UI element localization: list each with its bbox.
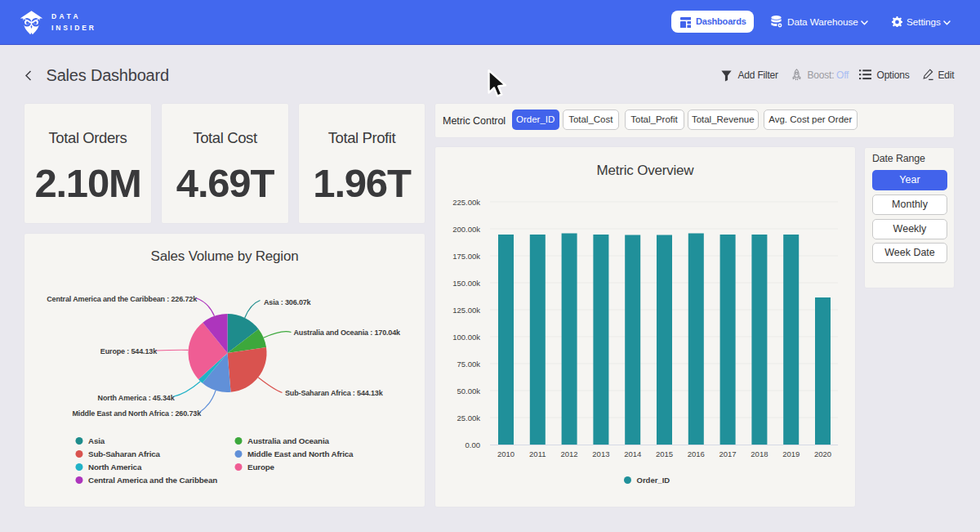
svg-text:0.00: 0.00 (466, 440, 481, 449)
svg-text:225.00k: 225.00k (452, 198, 480, 207)
svg-text:Asia : 306.07k: Asia : 306.07k (264, 298, 312, 306)
svg-text:2010: 2010 (497, 449, 514, 458)
svg-text:125.00k: 125.00k (452, 306, 480, 315)
svg-text:100.00k: 100.00k (452, 333, 480, 342)
svg-text:2020: 2020 (814, 449, 831, 458)
svg-text:Central America and the Caribb: Central America and the Caribbean (88, 476, 217, 485)
svg-text:2012: 2012 (561, 449, 578, 458)
svg-text:Middle East and North Africa :: Middle East and North Africa : 260.73k (72, 409, 202, 418)
svg-text:Central America and the Caribb: Central America and the Caribbean : 226.… (47, 295, 198, 303)
svg-text:50.00k: 50.00k (457, 387, 480, 396)
svg-text:Asia: Asia (88, 436, 105, 445)
svg-text:Middle East and North Africa: Middle East and North Africa (247, 449, 354, 458)
svg-text:Europe: Europe (247, 463, 275, 472)
svg-text:2019: 2019 (782, 449, 800, 458)
svg-text:2013: 2013 (592, 449, 609, 458)
svg-text:2011: 2011 (529, 449, 546, 458)
svg-text:North America : 45.34k: North America : 45.34k (98, 394, 176, 402)
svg-text:2018: 2018 (751, 449, 768, 458)
svg-text:75.00k: 75.00k (457, 360, 480, 369)
svg-text:Sub-Saharan Africa : 544.13k: Sub-Saharan Africa : 544.13k (285, 389, 384, 397)
svg-text:25.00k: 25.00k (457, 414, 480, 422)
svg-text:2017: 2017 (719, 449, 737, 458)
svg-text:Sub-Saharan Africa: Sub-Saharan Africa (88, 449, 161, 458)
svg-text:North America: North America (88, 463, 142, 472)
svg-text:200.00k: 200.00k (452, 225, 480, 234)
svg-text:175.00k: 175.00k (452, 252, 480, 261)
svg-text:Australia and Oceania : 170.04: Australia and Oceania : 170.04k (294, 329, 402, 337)
svg-text:2014: 2014 (624, 449, 641, 458)
svg-text:Order_ID: Order_ID (637, 476, 670, 485)
svg-text:2015: 2015 (656, 449, 673, 458)
svg-text:Europe : 544.13k: Europe : 544.13k (100, 347, 158, 355)
svg-text:Australia and Oceania: Australia and Oceania (247, 436, 329, 445)
svg-text:150.00k: 150.00k (452, 279, 480, 288)
svg-text:2016: 2016 (688, 449, 705, 458)
